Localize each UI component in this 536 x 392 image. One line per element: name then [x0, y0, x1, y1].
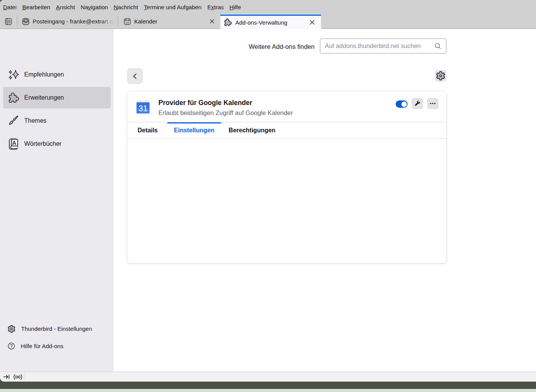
svg-text:31: 31 — [138, 104, 148, 113]
